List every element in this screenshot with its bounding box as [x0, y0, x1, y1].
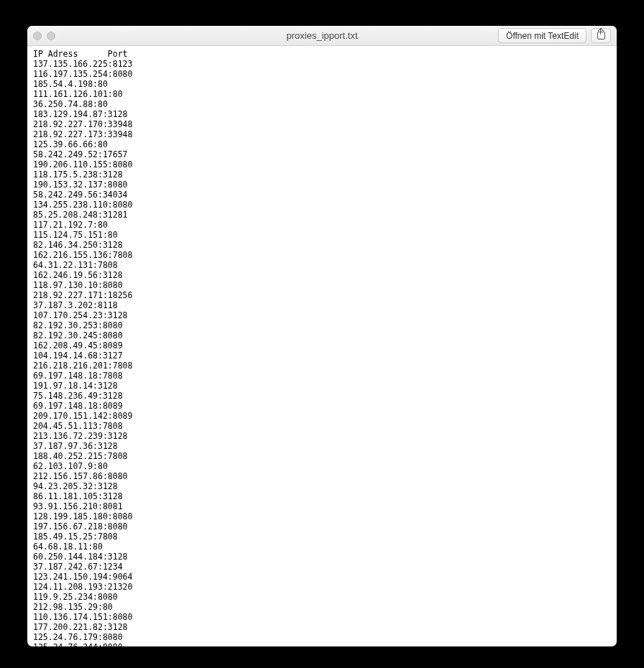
share-icon [597, 32, 605, 40]
close-icon[interactable] [33, 32, 42, 40]
share-button[interactable] [591, 28, 611, 43]
file-content[interactable]: IP Adress Port 137.135.166.225:8123 116.… [27, 46, 617, 646]
toolbar-right: Öffnen mit TextEdit [498, 28, 611, 43]
titlebar: proxies_ipport.txt Öffnen mit TextEdit [27, 26, 617, 46]
open-with-button[interactable]: Öffnen mit TextEdit [498, 28, 586, 43]
minimize-icon[interactable] [47, 32, 55, 40]
traffic-lights [33, 32, 55, 40]
quicklook-window: proxies_ipport.txt Öffnen mit TextEdit I… [27, 26, 617, 646]
